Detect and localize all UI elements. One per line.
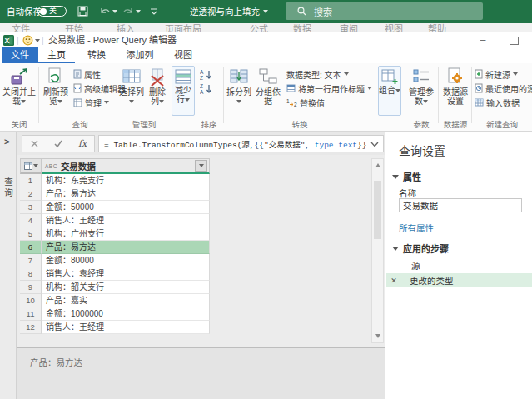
fx-icon[interactable]: fx (78, 138, 87, 149)
applied-step-selected[interactable]: ✕ 更改的类型 (386, 273, 532, 287)
manage-button[interactable]: 管理 (73, 96, 109, 109)
column-name: 交易数据 (61, 160, 191, 172)
excel-tab-insert[interactable]: 插入 (117, 23, 135, 32)
scroll-down-icon[interactable] (375, 334, 380, 338)
formula-expand-chevron-icon[interactable] (370, 142, 379, 147)
dropdown-arrow (57, 100, 62, 103)
dropdown-arrow (159, 100, 164, 103)
excel-tab-home[interactable]: 开始 (65, 23, 83, 32)
table-row[interactable]: 1机构：东莞支行 (20, 174, 210, 187)
delete-step-icon[interactable]: ✕ (386, 277, 401, 285)
split-column-icon (229, 67, 249, 87)
excel-tab-data[interactable]: 数据 (293, 23, 311, 32)
cell-preview-pane: 产品：易方达 (17, 347, 385, 399)
scroll-up-icon[interactable] (375, 163, 380, 167)
enter-data-button[interactable]: 输入数据 (475, 96, 520, 109)
query-name-input[interactable] (399, 198, 522, 212)
dropdown-arrow (129, 100, 134, 103)
excel-ribbon-tabs-clipped: 文件 开始 插入 页面布局 公式 数据 审阅 视图 帮助 (0, 23, 532, 32)
data-source-settings-button[interactable]: 数据源设置 (441, 66, 470, 116)
tab-file[interactable]: 文件 (2, 47, 38, 63)
table-row[interactable]: 5机构：广州支行 (20, 227, 210, 241)
remove-columns-button[interactable]: 删除列 (146, 66, 169, 116)
data-source-settings-icon (445, 67, 465, 87)
excel-tab-review[interactable]: 审阅 (340, 23, 358, 32)
collapse-triangle-icon[interactable] (392, 175, 399, 179)
redo-icon[interactable] (122, 6, 134, 17)
recent-sources-button[interactable]: 最近使用的源 (475, 82, 532, 95)
excel-app-icon: X (3, 35, 14, 46)
table-row[interactable]: 4销售人：王经理 (20, 214, 210, 227)
expand-pane-icon[interactable]: > (4, 137, 9, 147)
workbook-name[interactable]: 逆透视与向上填充 (190, 0, 260, 23)
smiley-dropdown-arrow[interactable] (35, 39, 40, 42)
table-row[interactable]: 12销售人：王经理 (20, 321, 210, 334)
choose-columns-button[interactable]: 选择列 (119, 66, 144, 116)
use-first-row-as-headers-button[interactable]: 将第一行用作标题 (286, 82, 372, 95)
dropdown-arrow (395, 89, 400, 92)
sort-descending-button[interactable]: Z A (200, 82, 213, 95)
table-menu-button[interactable] (20, 158, 42, 174)
table-row[interactable]: 9机构：韶关支行 (20, 281, 210, 294)
autosave-toggle[interactable]: 关 (37, 6, 67, 17)
excel-tab-layout[interactable]: 页面布局 (165, 23, 201, 32)
save-icon[interactable] (77, 6, 88, 17)
table-row[interactable]: 3金额：50000 (20, 201, 210, 214)
excel-tab-help[interactable]: 帮助 (428, 23, 446, 32)
combine-button[interactable]: 组合 (378, 66, 401, 116)
scrollbar-thumb[interactable] (374, 181, 381, 239)
all-properties-link[interactable]: 所有属性 (399, 222, 434, 234)
formula-input[interactable]: = Table.TransformColumnTypes(源,{{"交易数据",… (98, 135, 384, 152)
search-box[interactable]: 搜索 (286, 2, 483, 20)
new-source-button[interactable]: 新建源 (475, 67, 518, 81)
undo-icon[interactable] (99, 6, 111, 17)
excel-tab-formulas[interactable]: 公式 (250, 23, 268, 32)
properties-section-header[interactable]: 属性 (392, 170, 421, 183)
reduce-rows-button[interactable]: 减少行 (172, 66, 195, 116)
undo-dropdown-arrow[interactable] (112, 10, 117, 13)
table-row-selected[interactable]: 6产品：易方达 (20, 241, 210, 254)
sort-ascending-button[interactable]: A Z (200, 67, 213, 81)
advanced-editor-button[interactable]: 高级编辑器 (73, 82, 126, 95)
tab-view[interactable]: 视图 (165, 47, 201, 63)
maximize-icon[interactable] (510, 37, 519, 45)
split-column-button[interactable]: 拆分列 (226, 66, 251, 116)
applied-steps-section-header[interactable]: 应用的步骤 (392, 242, 449, 255)
table-row[interactable]: 2产品：易方达 (20, 187, 210, 201)
queries-pane-collapsed[interactable]: > 查询 (0, 132, 17, 399)
column-type-badge[interactable]: ABC (45, 163, 57, 169)
commit-check-icon[interactable] (53, 139, 63, 148)
data-type-button[interactable]: 数据类型: 文本 (286, 67, 349, 81)
applied-step[interactable]: 源 (386, 258, 532, 272)
workbook-name-dropdown-arrow[interactable] (263, 10, 268, 13)
table-row[interactable]: 10产品：嘉实 (20, 294, 210, 307)
sort-ascending-icon: A Z (200, 69, 213, 80)
excel-tab-file[interactable]: 文件 (12, 23, 30, 32)
svg-text:Z: Z (200, 83, 203, 89)
excel-tab-view[interactable]: 视图 (385, 23, 403, 32)
manage-parameters-button[interactable]: 管理参数 (408, 66, 435, 116)
refresh-preview-button[interactable]: 刷新预览 (42, 66, 70, 116)
filter-button[interactable] (195, 160, 207, 172)
recent-sources-icon (475, 83, 483, 93)
tab-transform[interactable]: 转换 (78, 47, 115, 63)
close-and-load-button[interactable]: 关闭并上载 (2, 66, 37, 116)
table-row[interactable]: 11金额：1000000 (20, 307, 210, 321)
table-row[interactable]: 8销售人：袁经理 (20, 267, 210, 281)
minimize-icon[interactable]: – (476, 33, 490, 47)
quick-access-more-icon[interactable] (150, 7, 158, 16)
redo-dropdown-arrow[interactable] (136, 10, 141, 13)
smiley-feedback-icon[interactable] (22, 35, 33, 46)
replace-values-button[interactable]: 1 2 替换值 (286, 96, 325, 109)
properties-button[interactable]: 属性 (73, 67, 101, 81)
tab-add-column[interactable]: 添加列 (118, 47, 162, 63)
table-row[interactable]: 7金额：80000 (20, 254, 210, 267)
tab-home[interactable]: 主页 (38, 47, 75, 63)
group-by-button[interactable]: 分组依据 (253, 66, 283, 116)
manage-icon (73, 98, 82, 107)
cancel-icon[interactable] (30, 139, 39, 148)
svg-text:A: A (200, 89, 204, 94)
column-header[interactable]: ABC 交易数据 (42, 158, 210, 174)
collapse-triangle-icon[interactable] (392, 247, 399, 251)
vertical-scrollbar[interactable] (371, 158, 384, 343)
